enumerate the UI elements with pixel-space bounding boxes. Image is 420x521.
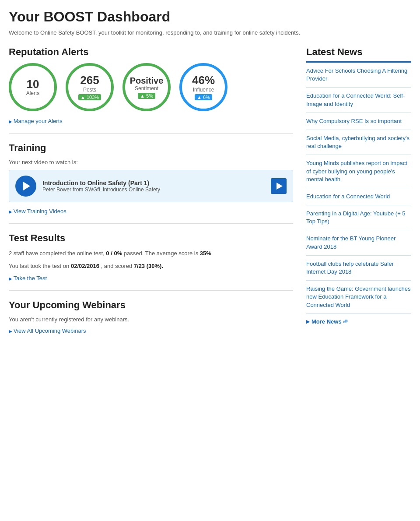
- test-results-line1: 2 staff have completed the online test, …: [9, 249, 293, 258]
- news-item-link[interactable]: Raising the Game: Government launches ne…: [306, 285, 410, 308]
- circle-sentiment-value: Positive: [130, 76, 164, 85]
- manage-alerts-link[interactable]: Manage your Alerts: [9, 118, 63, 124]
- news-item-link[interactable]: Young Minds publishes report on impact o…: [306, 160, 407, 182]
- view-webinars-link[interactable]: View All Upcoming Webinars: [9, 327, 86, 334]
- video-thumb-icon: [23, 182, 30, 190]
- circle-posts-badge: ▲ 103%: [78, 94, 101, 100]
- test-line2-score: 7/23 (30%).: [134, 263, 163, 269]
- take-test-link[interactable]: Take the Test: [9, 275, 47, 282]
- page-subtitle: Welcome to Online Safety BOOST, your too…: [9, 29, 411, 36]
- circle-sentiment-badge: ▲ 5%: [138, 93, 155, 99]
- news-item-link[interactable]: Education for a Connected World: Self-Im…: [306, 92, 405, 107]
- video-info: Introduction to Online Safety (Part 1) P…: [42, 180, 265, 193]
- training-description: Your next video to watch is:: [9, 159, 293, 165]
- news-item-link[interactable]: Education for a Connected World: [306, 193, 390, 200]
- circle-posts: 265 Posts ▲ 103%: [66, 63, 114, 111]
- video-title: Introduction to Online Safety (Part 1): [42, 180, 265, 187]
- circle-alerts: 10 Alerts: [9, 63, 57, 111]
- news-item-link[interactable]: Football clubs help celebrate Safer Inte…: [306, 260, 394, 275]
- more-news-link[interactable]: More News 🗗: [306, 318, 411, 325]
- video-subtitle: Peter Bower from SWGfL introduces Online…: [42, 187, 265, 193]
- reputation-alerts-section: Reputation Alerts 10 Alerts 265 Posts ▲ …: [9, 46, 293, 134]
- news-item[interactable]: Nominate for the BT Young Pioneer Award …: [306, 230, 411, 255]
- training-title: Training: [9, 142, 293, 154]
- test-results-line2: You last took the test on 02/02/2016 , a…: [9, 262, 293, 271]
- circle-posts-value: 265: [80, 74, 99, 87]
- news-item-link[interactable]: Advice For Schools Choosing A Filtering …: [306, 67, 407, 82]
- circle-influence-value: 46%: [192, 74, 215, 87]
- circle-sentiment: Positive Sentiment ▲ 5%: [122, 63, 171, 111]
- news-item-link[interactable]: Why Compulsory RSE Is so important: [306, 118, 402, 124]
- latest-news-section: Latest News Advice For Schools Choosing …: [306, 46, 411, 352]
- news-item[interactable]: Why Compulsory RSE Is so important: [306, 113, 411, 130]
- test-line2-mid: , and scored: [101, 263, 133, 269]
- reputation-alerts-title: Reputation Alerts: [9, 46, 293, 58]
- circle-posts-label: Posts: [83, 87, 96, 93]
- test-line2-date: 02/02/2016: [71, 263, 99, 269]
- webinars-title: Your Upcoming Webinars: [9, 299, 293, 311]
- training-section: Training Your next video to watch is: In…: [9, 142, 293, 224]
- test-line1-prefix: 2 staff have completed the online test,: [9, 250, 105, 257]
- video-thumbnail: [15, 176, 36, 197]
- circle-alerts-label: Alerts: [26, 90, 40, 96]
- news-item[interactable]: Football clubs help celebrate Safer Inte…: [306, 256, 411, 281]
- news-item-link[interactable]: Parenting in a Digital Age: Youtube (+ 5…: [306, 210, 406, 225]
- news-item-link[interactable]: Nominate for the BT Young Pioneer Award …: [306, 235, 396, 250]
- circle-alerts-value: 10: [27, 78, 39, 91]
- view-training-link[interactable]: View Training Videos: [9, 208, 66, 215]
- test-line1-mid: 0 / 0%: [106, 250, 122, 257]
- news-item[interactable]: Advice For Schools Choosing A Filtering …: [306, 63, 411, 88]
- news-item[interactable]: Young Minds publishes report on impact o…: [306, 155, 411, 188]
- play-arrow-icon: [276, 183, 283, 190]
- news-item[interactable]: Raising the Game: Government launches ne…: [306, 281, 411, 314]
- webinars-section: Your Upcoming Webinars You aren't curren…: [9, 299, 293, 343]
- test-line1-suffix: passed. The average score is: [124, 250, 198, 257]
- alert-circle-posts: 265 Posts ▲ 103%: [66, 63, 114, 111]
- circle-influence-badge: ▲ 6%: [195, 94, 212, 100]
- circle-sentiment-label: Sentiment: [135, 85, 158, 92]
- news-item-link[interactable]: Social Media, cyberbullying and society'…: [306, 135, 410, 149]
- news-item[interactable]: Education for a Connected World: Self-Im…: [306, 88, 411, 113]
- news-title: Latest News: [306, 46, 411, 63]
- alerts-circles: 10 Alerts 265 Posts ▲ 103% Positive Sent…: [9, 63, 293, 111]
- test-line1-score: 35%: [200, 250, 211, 257]
- alert-circle-alerts: 10 Alerts: [9, 63, 57, 111]
- news-item[interactable]: Education for a Connected World: [306, 188, 411, 205]
- news-item[interactable]: Parenting in a Digital Age: Youtube (+ 5…: [306, 205, 411, 230]
- news-item[interactable]: Social Media, cyberbullying and society'…: [306, 130, 411, 155]
- circle-influence-label: Influence: [193, 87, 214, 93]
- test-results-section: Test Results 2 staff have completed the …: [9, 232, 293, 291]
- circle-influence: 46% Influence ▲ 6%: [179, 63, 228, 111]
- video-card[interactable]: Introduction to Online Safety (Part 1) P…: [9, 170, 293, 202]
- test-results-title: Test Results: [9, 232, 293, 244]
- webinars-description: You aren't currently registered for any …: [9, 316, 293, 323]
- more-news-label: More News: [312, 318, 342, 325]
- alert-circle-sentiment: Positive Sentiment ▲ 5%: [122, 63, 171, 111]
- external-link-icon: 🗗: [343, 319, 348, 324]
- play-button[interactable]: [271, 178, 287, 194]
- test-line2-prefix: You last took the test on: [9, 263, 69, 269]
- alert-circle-influence: 46% Influence ▲ 6%: [179, 63, 228, 111]
- news-list: Advice For Schools Choosing A Filtering …: [306, 63, 411, 314]
- page-title: Your BOOST Dashboard: [9, 9, 411, 25]
